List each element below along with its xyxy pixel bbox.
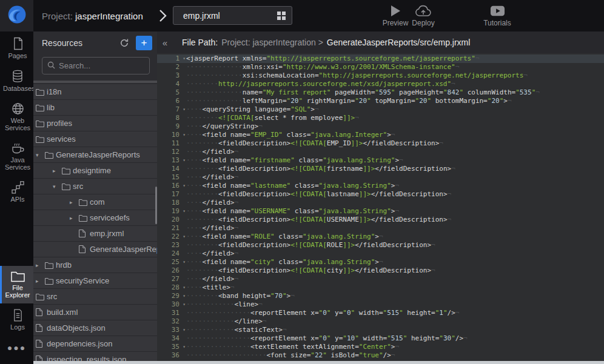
tree-expand-arrow[interactable]: ▸ xyxy=(70,215,79,221)
tree-item[interactable]: src xyxy=(33,289,157,305)
tree-item[interactable]: dependencies.json xyxy=(33,336,157,352)
sidebar-item-web-services[interactable]: Web Services xyxy=(0,97,33,136)
tree-item[interactable]: ▸ com xyxy=(33,194,157,210)
fold-arrow-icon[interactable]: ▾ xyxy=(183,258,186,266)
code-line[interactable]: 17 ········<fieldDescription><![CDATA[la… xyxy=(157,190,604,199)
code-line[interactable]: 19▾ ····<field name="USERNAME" class="ja… xyxy=(157,207,604,216)
collapse-panel-icon[interactable]: « xyxy=(157,38,173,48)
tree-item[interactable]: ▸ hrdb xyxy=(33,257,157,273)
tree-item[interactable]: ▸ securityService xyxy=(33,273,157,289)
code-line[interactable]: 18 ····</field>¬ xyxy=(157,199,604,207)
code-line[interactable]: 28▾ ····<title>¬ xyxy=(157,283,604,292)
tree-expand-arrow[interactable]: ▸ xyxy=(36,262,45,268)
code-line[interactable]: 9 ····</queryString>¬ xyxy=(157,122,604,131)
code-line[interactable]: 2 ··············xmlns:xsi="http://www.w3… xyxy=(157,63,604,71)
code-line[interactable]: 27 ····</field>¬ xyxy=(157,275,604,283)
code-line[interactable]: 13▾ ····<field name="firstname" class="j… xyxy=(157,156,604,165)
tree-item[interactable]: profiles xyxy=(33,116,157,131)
open-file-selector[interactable]: emp.jrxml xyxy=(173,6,292,25)
code-line[interactable]: 32 ············</line>¬ xyxy=(157,317,604,326)
code-line[interactable]: 22▾ ····<field name="ROLE" class="java.l… xyxy=(157,233,604,241)
search-input[interactable] xyxy=(59,61,157,70)
preview-button[interactable]: Preview xyxy=(380,4,411,27)
code-line[interactable]: 29▾ ········<band height="70">¬ xyxy=(157,292,604,300)
code-line[interactable]: 8 ········<![CDATA[select * from employe… xyxy=(157,114,604,122)
tree-expand-arrow[interactable]: ▸ xyxy=(53,168,62,174)
search-box[interactable] xyxy=(42,57,150,74)
code-line[interactable]: 24 ····</field>¬ xyxy=(157,250,604,258)
code-line[interactable]: 35▾ ················<textElement textAli… xyxy=(157,343,604,351)
code-line[interactable]: 30▾ ············<line>¬ xyxy=(157,300,604,309)
fold-arrow-icon[interactable]: ▾ xyxy=(183,292,186,300)
fold-arrow-icon[interactable]: ▾ xyxy=(183,131,186,139)
code-line[interactable]: 11 ········<fieldDescription><![CDATA[EM… xyxy=(157,139,604,148)
code-line[interactable]: 12 ····</field>¬ xyxy=(157,148,604,156)
code-line[interactable]: 23 ········<fieldDescription><![CDATA[RO… xyxy=(157,241,604,250)
tree-item[interactable]: i18n xyxy=(33,84,157,100)
tree-item[interactable]: ▾ src xyxy=(33,179,157,194)
fold-arrow-icon[interactable]: ▾ xyxy=(183,182,186,190)
code-line[interactable]: 20 ········<fieldDescription><![CDATA[US… xyxy=(157,216,604,224)
code-line[interactable]: 21 ····</field>¬ xyxy=(157,224,604,233)
fold-arrow-icon[interactable]: ▾ xyxy=(183,105,186,114)
tree-item[interactable]: ▾ GenerateJasperReports xyxy=(33,147,157,163)
tree-expand-arrow[interactable]: ▸ xyxy=(70,199,79,205)
deploy-button[interactable]: Deploy xyxy=(408,4,439,27)
tutorials-button[interactable]: Tutorials xyxy=(482,4,513,27)
tree-item[interactable]: GenerateJasperReports.s xyxy=(33,242,157,257)
sidebar-item-databases[interactable]: Databases xyxy=(0,64,33,97)
tree-expand-arrow[interactable]: ▸ xyxy=(36,278,45,284)
tree-item[interactable]: services xyxy=(33,131,157,147)
line-content: ····</field>¬ xyxy=(186,275,238,283)
code-line[interactable]: 3 ··············xsi:schemaLocation="http… xyxy=(157,71,604,80)
fold-arrow-icon[interactable]: ▾ xyxy=(183,207,186,216)
file-path-breadcrumb: Project: jasperIntegration > xyxy=(221,38,323,47)
code-line[interactable]: 31 ················<reportElement x="0" … xyxy=(157,309,604,317)
code-line[interactable]: 36 ····················<font size="22" i… xyxy=(157,351,604,360)
sidebar-item-file-explorer[interactable]: File Explorer xyxy=(0,266,33,303)
code-line[interactable]: 25▾ ····<field name="city" class="java.l… xyxy=(157,258,604,266)
code-editor[interactable]: 1▾ <jasperReport xmlns="http://jasperrep… xyxy=(157,53,604,364)
fold-arrow-icon[interactable]: ▾ xyxy=(183,283,186,292)
tree-item[interactable]: build.xml xyxy=(33,305,157,320)
tree-item[interactable]: emp.jrxml xyxy=(33,226,157,242)
refresh-icon[interactable] xyxy=(118,36,131,50)
line-content: ········<fieldDescription><![CDATA[USERN… xyxy=(186,216,451,224)
tree-expand-arrow[interactable]: ▾ xyxy=(36,152,45,158)
tree-item[interactable]: ▸ servicedefs xyxy=(33,210,157,226)
fold-arrow-icon[interactable]: ▾ xyxy=(183,343,186,351)
fold-arrow-icon[interactable]: ▾ xyxy=(183,55,186,63)
code-line[interactable]: 5 ··············name="My first report" p… xyxy=(157,88,604,97)
line-number: 19▾ xyxy=(157,207,186,216)
code-line[interactable]: 16▾ ····<field name="lastname" class="ja… xyxy=(157,182,604,190)
code-line[interactable]: 10▾ ····<field name="EMP_ID" class="java… xyxy=(157,131,604,139)
fold-arrow-icon[interactable]: ▾ xyxy=(183,300,186,309)
code-line[interactable]: 7▾ ····<queryString language="SQL">¬ xyxy=(157,105,604,114)
tree-item-label: emp.jrxml xyxy=(90,229,124,238)
tree-item[interactable]: dataObjects.json xyxy=(33,320,157,336)
sidebar-item-logs[interactable]: Logs xyxy=(0,303,33,336)
horizontal-scrollbar[interactable] xyxy=(33,361,604,364)
code-line[interactable]: 1▾ <jasperReport xmlns="http://jasperrep… xyxy=(157,55,604,63)
tree-expand-arrow[interactable]: ▾ xyxy=(53,184,62,190)
code-line[interactable]: 15 ····</field>¬ xyxy=(157,173,604,182)
code-line[interactable]: 6 ··············leftMargin="20" rightMar… xyxy=(157,97,604,105)
tree-item[interactable]: lib xyxy=(33,100,157,116)
app-logo[interactable] xyxy=(0,0,33,31)
fold-arrow-icon[interactable]: ▾ xyxy=(183,233,186,241)
sidebar-item-apis[interactable]: APIs xyxy=(0,176,33,208)
tree-item[interactable]: ▸ designtime xyxy=(33,163,157,179)
code-line[interactable]: 4 ········http://jasperreports.sourcefor… xyxy=(157,80,604,88)
folder-icon xyxy=(3,271,32,282)
code-line[interactable]: 33▾ ············<staticText>¬ xyxy=(157,326,604,334)
line-content: ··············xsi:schemaLocation="http:/… xyxy=(186,71,528,80)
code-line[interactable]: 34 ················<reportElement x="0" … xyxy=(157,334,604,343)
code-line[interactable]: 26 ········<fieldDescription><![CDATA[ci… xyxy=(157,266,604,275)
sidebar-item-java-services[interactable]: Java Services xyxy=(0,136,33,176)
code-line[interactable]: 14 ········<fieldDescription><![CDATA[fi… xyxy=(157,165,604,173)
more-options-button[interactable]: ●●● xyxy=(0,336,33,360)
fold-arrow-icon[interactable]: ▾ xyxy=(183,156,186,165)
fold-arrow-icon[interactable]: ▾ xyxy=(183,326,186,334)
sidebar-item-pages[interactable]: Pages xyxy=(0,31,33,64)
add-resource-button[interactable]: + xyxy=(136,36,152,50)
